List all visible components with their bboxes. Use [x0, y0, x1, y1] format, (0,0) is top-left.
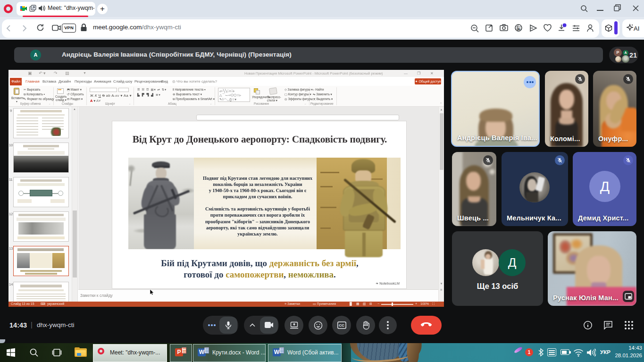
svg-text:AI: AI	[634, 25, 639, 32]
svg-text:CC: CC	[339, 323, 344, 328]
svg-text:A: A	[517, 27, 520, 32]
